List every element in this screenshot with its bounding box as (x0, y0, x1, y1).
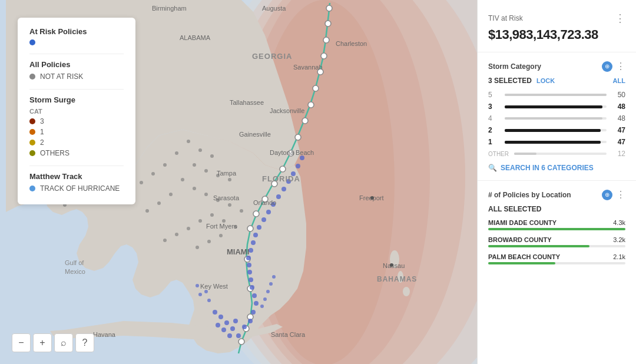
svg-point-32 (198, 148, 202, 152)
svg-point-50 (204, 193, 208, 196)
cat-2-item: 2 (29, 138, 124, 147)
cat-3-row-label: 3 (488, 102, 500, 111)
cat-others-label: OTHERS (40, 149, 69, 157)
storm-all-button[interactable]: ALL (613, 77, 625, 84)
svg-point-88 (253, 233, 258, 237)
svg-point-30 (326, 5, 332, 11)
svg-point-84 (247, 263, 251, 267)
location-section-header: # of Policies by Location ⊕ ⋮ (488, 189, 625, 200)
svg-text:Tallahassee: Tallahassee (230, 99, 264, 106)
broward-county-value: 3.2k (613, 236, 625, 243)
svg-point-103 (260, 305, 264, 308)
svg-point-72 (221, 327, 226, 332)
svg-text:Mexico: Mexico (65, 268, 85, 275)
svg-text:ALABAMA: ALABAMA (180, 34, 211, 41)
svg-point-28 (323, 37, 329, 43)
svg-point-98 (300, 155, 304, 160)
storm-lock-button[interactable]: LOCK (536, 77, 555, 84)
cat-3-bar (505, 105, 602, 108)
cat-5-value: 50 (611, 91, 625, 99)
svg-point-29 (325, 21, 331, 27)
storm-cat-row-1: 1 47 (488, 138, 625, 146)
svg-point-40 (181, 178, 184, 181)
cat-1-row-label: 1 (488, 138, 500, 146)
svg-point-67 (236, 333, 241, 338)
svg-point-70 (218, 315, 223, 319)
svg-point-63 (163, 239, 167, 242)
location-filter-icon[interactable]: ⊕ (602, 190, 612, 200)
svg-text:Savannah: Savannah (293, 64, 323, 71)
track-item: TRACK OF HURRICANE (29, 184, 124, 193)
svg-point-23 (302, 118, 308, 124)
svg-point-11 (238, 339, 244, 345)
tiv-menu-icon[interactable]: ⋮ (615, 12, 625, 25)
svg-point-97 (296, 164, 300, 168)
right-panel: TIV at Risk ⋮ $13,983,143,723.38 Storm C… (477, 0, 636, 364)
svg-point-81 (250, 285, 254, 290)
cat-2-bar-container (505, 129, 607, 131)
cat-header: CAT (29, 108, 124, 115)
miami-bar-container (488, 228, 625, 230)
tiv-label: TIV at Risk (488, 14, 523, 22)
svg-point-64 (219, 234, 223, 237)
search-categories-link[interactable]: 🔍 SEARCH IN 6 CATEGORIES (488, 164, 625, 172)
tiv-value: $13,983,143,723.38 (488, 27, 625, 42)
storm-menu-icon[interactable]: ⋮ (616, 61, 625, 72)
svg-point-80 (252, 293, 257, 298)
svg-point-24 (308, 102, 314, 108)
cat-1-bar-container (505, 141, 607, 143)
location-section-title: # of Policies by Location (488, 191, 571, 199)
cat-5-bar (505, 94, 607, 96)
storm-category-header: Storm Category ⊕ ⋮ (488, 61, 625, 72)
storm-cat-row-4: 4 48 (488, 114, 625, 123)
storm-filter-icon[interactable]: ⊕ (602, 61, 612, 72)
svg-point-37 (204, 169, 208, 173)
svg-text:Augusta: Augusta (262, 5, 286, 12)
svg-point-99 (207, 299, 211, 302)
zoom-in-button[interactable]: + (33, 333, 52, 352)
svg-point-39 (228, 178, 231, 181)
svg-point-83 (247, 270, 252, 274)
location-menu-icon[interactable]: ⋮ (616, 189, 625, 200)
svg-text:MIAMI: MIAMI (227, 247, 249, 256)
location-all-selected-label: ALL SELECTED (488, 205, 625, 213)
cat-others-item: OTHERS (29, 149, 124, 157)
cat-1-item: 1 (29, 128, 124, 136)
svg-point-10 (403, 287, 410, 296)
all-policies-section: All Policies NOT AT RISK (29, 60, 124, 81)
matthew-track-section: Matthew Track TRACK OF HURRICANE (29, 172, 124, 193)
at-risk-policies-item (29, 39, 124, 45)
cat-2-bar (505, 129, 601, 132)
cat-2-row-label: 2 (488, 126, 500, 134)
svg-text:Orlando: Orlando (253, 199, 276, 206)
svg-point-101 (204, 290, 208, 293)
cat-1-row-value: 47 (611, 138, 625, 146)
svg-text:BAHAMAS: BAHAMAS (377, 275, 417, 283)
svg-text:Gainesville: Gainesville (239, 131, 271, 138)
zoom-out-button[interactable]: − (12, 333, 31, 352)
svg-point-33 (210, 154, 214, 158)
svg-text:GEORGIA: GEORGIA (252, 52, 292, 61)
svg-point-89 (257, 225, 261, 230)
map-container[interactable]: Birmingham Augusta Charleston ALABAMA GE… (0, 0, 477, 364)
search-map-button[interactable]: ⌕ (54, 333, 73, 352)
svg-point-27 (321, 53, 327, 59)
cat-5-label: 5 (488, 91, 500, 99)
svg-text:Tampa: Tampa (217, 170, 237, 177)
svg-text:Sarasota: Sarasota (213, 194, 240, 201)
policies-by-location-section: # of Policies by Location ⊕ ⋮ ALL SELECT… (478, 181, 636, 279)
cat-1-bar (505, 141, 601, 144)
svg-point-73 (216, 323, 220, 327)
location-section-icons: ⊕ ⋮ (602, 189, 625, 200)
help-button[interactable]: ? (75, 333, 94, 352)
divider-2 (29, 89, 124, 90)
broward-bar (488, 245, 589, 247)
miami-bar (488, 228, 625, 230)
cat-3-bar-container (505, 105, 607, 108)
svg-point-34 (175, 151, 178, 155)
svg-point-93 (276, 194, 281, 199)
svg-text:Key West: Key West (200, 283, 228, 290)
svg-text:Jacksonville: Jacksonville (270, 107, 304, 114)
svg-point-55 (157, 201, 161, 205)
svg-point-79 (254, 301, 259, 306)
